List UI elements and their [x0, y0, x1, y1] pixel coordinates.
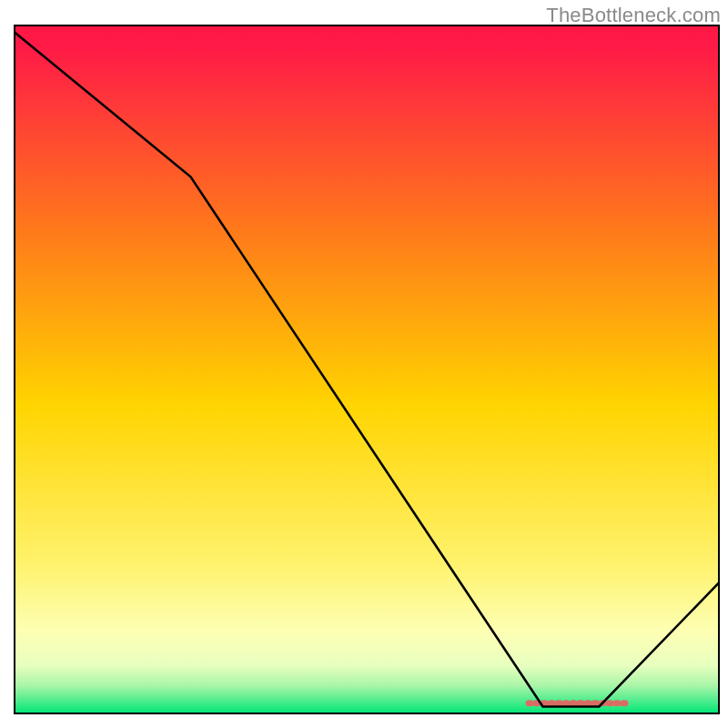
- plot-background: [15, 25, 719, 713]
- watermark-label: TheBottleneck.com: [546, 4, 721, 27]
- bottleneck-chart: [0, 0, 728, 728]
- chart-container: TheBottleneck.com: [0, 0, 728, 728]
